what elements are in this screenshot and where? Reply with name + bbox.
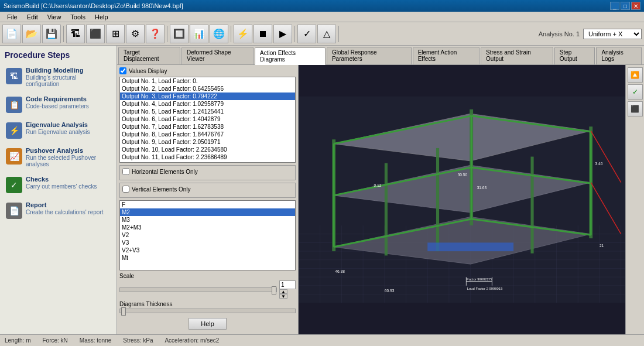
selection-item[interactable]: V2 [120,231,295,239]
selection-list[interactable]: FM2M3M2+M3V2V3V2+V3Mt [119,200,296,270]
tab-target-displacement[interactable]: Target Displacement [118,47,180,64]
output-item[interactable]: Output No. 7, Load Factor: 1.62783538 [120,123,295,131]
tab-global-response[interactable]: Global Response Parameters [327,47,412,64]
svg-rect-44 [427,242,513,251]
run-button[interactable]: ⚡ [234,25,252,43]
output-item[interactable]: Output No. 11, Load Factor: 2.23686489 [120,153,295,161]
svg-rect-30 [385,163,388,256]
close-button[interactable]: ✕ [631,2,640,10]
sidebar-item-report[interactable]: 📄 Report Create the calculations' report [5,200,112,220]
status-mass-label: Mass: tonne [80,337,111,344]
output-item[interactable]: Output No. 8, Load Factor: 1.84476767 [120,131,295,138]
tab-stress-strain[interactable]: Stress and Strain Output [481,47,553,64]
analyze-button[interactable]: ▶ [273,25,292,43]
output-item[interactable]: Output No. 2, Load Factor: 0.64255456 [120,85,295,93]
sidebar-item-building-modelling[interactable]: 🏗 Building Modelling Building's structur… [5,66,112,88]
thickness-thumb[interactable] [121,307,126,316]
vertical-elements-checkbox[interactable] [122,186,129,193]
rt-check-button[interactable]: ✓ [628,84,643,100]
grid-button[interactable]: ⊞ [106,25,125,43]
menu-edit[interactable]: Edit [22,12,43,22]
selection-item[interactable]: V3 [120,239,295,246]
rt-box-button[interactable]: ⬛ [628,101,643,117]
svg-text:60.93: 60.93 [385,289,395,293]
settings-button[interactable]: ⚙ [126,25,145,43]
selection-item[interactable]: M2+M3 [120,224,295,231]
scale-down-button[interactable]: ▼ [279,294,287,299]
vertical-elements-row: Vertical Elements Only [122,186,293,193]
horizontal-elements-checkbox[interactable] [122,168,129,175]
code-requirements-sub: Code-based parameters [26,103,89,109]
selection-item[interactable]: M2 [120,208,295,216]
svg-text:Factor 99602272: Factor 99602272 [467,278,492,281]
help-toolbar-button[interactable]: ❓ [146,25,165,43]
output-list-wrap: Output No. 1, Load Factor: 0.Output No. … [119,77,296,163]
viewport[interactable]: 31.63 30.50 46.38 60.93 21 3.46 0.12 Fac… [299,65,625,334]
right-toolbar: 🔼 ✓ ⬛ [625,65,644,334]
view3d-button[interactable]: 🔲 [170,25,189,43]
svg-text:31.63: 31.63 [477,186,487,190]
status-mass: Mass: tonne [80,337,111,344]
selection-item[interactable]: F [120,201,295,208]
code-requirements-icon: 📋 [6,97,22,113]
selection-item[interactable]: Mt [120,254,295,262]
output-item[interactable]: Output No. 6, Load Factor: 1.4042879 [120,115,295,123]
shape-button[interactable]: △ [317,25,336,43]
save-button[interactable]: 💾 [42,25,61,43]
values-display-checkbox[interactable] [119,67,126,74]
titlebar: SeismoBuild [C:\Users\santon\Desktop\Zo\… [0,0,644,12]
stop-button[interactable]: ⏹ [254,25,272,43]
analysis-select[interactable]: Uniform + X [583,29,642,39]
thickness-label: Diagrams Thickness [119,301,296,307]
selection-item[interactable]: V2+V3 [120,246,295,254]
sidebar-item-checks[interactable]: ✓ Checks Carry out members' checks [5,174,112,194]
view2d-button[interactable]: 📊 [190,25,208,43]
output-item[interactable]: Output No. 3, Load Factor: 0.794222 [120,93,295,100]
titlebar-title: SeismoBuild [C:\Users\santon\Desktop\Zo\… [4,2,183,9]
minimize-button[interactable]: _ [610,2,619,10]
tab-action-effects[interactable]: Action Effects Diagrams [255,47,326,65]
checks-title: Checks [26,176,97,183]
menu-help[interactable]: Help [90,12,113,22]
output-item[interactable]: Output No. 10, Load Factor: 2.22634580 [120,146,295,153]
output-item[interactable]: Output LS of DL, Load Factor: 2.40717190 [120,161,295,163]
report-icon: 📄 [6,203,22,219]
selection-item[interactable]: M3 [120,216,295,224]
thickness-track[interactable] [119,309,296,313]
menu-view[interactable]: View [43,12,66,22]
scale-thumb[interactable] [272,286,276,294]
maximize-button[interactable]: □ [621,2,630,10]
building-modelling-icon: 🏗 [6,68,22,84]
sidebar-item-eigenvalue[interactable]: ⚡ Eigenvalue Analysis Run Eigenvalue ana… [5,120,112,140]
code-requirements-title: Code Requirements [26,95,89,102]
frame-button[interactable]: ⬛ [86,25,105,43]
tab-element-action[interactable]: Element Action Effects [413,47,479,64]
output-list[interactable]: Output No. 1, Load Factor: 0.Output No. … [119,77,296,163]
eigenvalue-title: Eigenvalue Analysis [26,121,90,128]
menu-file[interactable]: File [2,12,22,22]
output-item[interactable]: Output No. 5, Load Factor: 1.24125441 [120,108,295,115]
menu-tools[interactable]: Tools [66,12,90,22]
tab-analysis-logs[interactable]: Analysis Logs [596,47,642,64]
output-item[interactable]: Output No. 9, Load Factor: 2.0501971 [120,138,295,146]
scale-value[interactable] [279,280,296,289]
output-item[interactable]: Output No. 1, Load Factor: 0. [120,77,295,85]
rt-arrow-button[interactable]: 🔼 [628,67,643,83]
output-item[interactable]: Output No. 4, Load Factor: 1.02958779 [120,100,295,108]
help-button[interactable]: Help [189,318,227,330]
tab-deformed-shape[interactable]: Deformed Shape Viewer [181,47,254,64]
toolbar: 📄 📂 💾 🏗 ⬛ ⊞ ⚙ ❓ 🔲 📊 🌐 ⚡ ⏹ ▶ ✓ △ Analysis… [0,22,644,46]
open-button[interactable]: 📂 [22,25,41,43]
status-length: Length: m [5,337,30,344]
analysis-selector: Analysis No. 1 Uniform + X [539,29,642,39]
status-length-label: Length: m [5,337,30,344]
report-title: Report [26,201,104,208]
building-button[interactable]: 🏗 [66,25,85,43]
tab-step-output[interactable]: Step Output [554,47,595,64]
scale-track[interactable] [119,287,277,292]
sidebar-item-pushover[interactable]: 📈 Pushover Analysis Run the selected Pus… [5,146,112,169]
globe-button[interactable]: 🌐 [210,25,228,43]
check-button[interactable]: ✓ [297,25,316,43]
new-button[interactable]: 📄 [2,25,21,43]
sidebar-item-code-requirements[interactable]: 📋 Code Requirements Code-based parameter… [5,94,112,114]
